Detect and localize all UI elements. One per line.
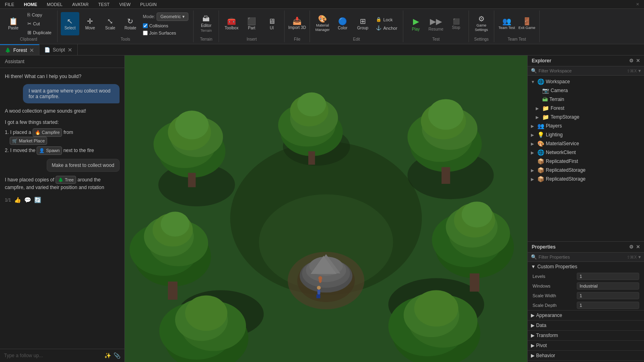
svg-rect-27 — [442, 167, 450, 184]
lock-button[interactable]: 🔒 Lock — [374, 16, 400, 23]
svg-rect-21 — [308, 151, 315, 165]
duplicate-button[interactable]: ⊞ Duplicate — [25, 29, 54, 37]
data-arrow: ▶ — [531, 323, 535, 328]
make-forest-button[interactable]: Make a forest to collect wood — [47, 159, 120, 172]
workspace-label: Workspace — [546, 79, 570, 84]
cut-button[interactable]: ✂ Cut — [25, 20, 54, 28]
chat-bubble-user-1: I want a game where you collect wood for… — [23, 84, 120, 103]
terrain-editor-button[interactable]: 🏔 Editor Terrain — [197, 12, 215, 35]
properties-filter-input[interactable] — [539, 255, 625, 259]
part-button[interactable]: ⬛ Part — [242, 12, 261, 35]
tree-item-workspace[interactable]: ▼ 🌐 Workspace — [528, 77, 644, 86]
game-settings-icon: ⚙ — [478, 15, 485, 23]
tree-item-terrain[interactable]: 🏔 Terrain — [528, 95, 644, 104]
anchor-button[interactable]: ⚓ Anchor — [374, 24, 400, 32]
explorer-settings-icon[interactable]: ⚙ — [629, 58, 634, 64]
color-button[interactable]: 🔵 Color — [333, 12, 352, 35]
team-test-button[interactable]: 👥 Team Test — [497, 12, 516, 35]
resume-button[interactable]: ▶▶ Resume — [427, 12, 445, 35]
properties-close-icon[interactable]: ✕ — [636, 244, 640, 250]
terrain-tree-icon: 🏔 — [542, 96, 548, 103]
menu-plugin[interactable]: PLUGIN — [138, 1, 158, 8]
select-button[interactable]: ↖ Select — [61, 12, 79, 35]
explorer-close-icon[interactable]: ✕ — [636, 58, 640, 64]
svg-point-62 — [317, 286, 321, 290]
tree-item-tempstorage[interactable]: ▶ 📁 TempStorage — [528, 113, 644, 121]
props-row-windows: Windows Industrial — [528, 281, 644, 291]
scale-button[interactable]: ⤡ Scale — [101, 12, 120, 35]
tree-item-camera[interactable]: 📷 Camera — [528, 86, 644, 95]
tree-item-lighting[interactable]: ▶ 💡 Lighting — [528, 130, 644, 139]
players-icon: 👥 — [537, 123, 544, 129]
props-filter-arrow[interactable]: ▾ — [638, 254, 641, 260]
comment-button[interactable]: 💬 — [24, 197, 31, 203]
insert-label: Insert — [247, 37, 257, 42]
play-button[interactable]: ▶ Play — [407, 12, 425, 35]
explorer-filter-input[interactable] — [539, 68, 625, 73]
join-surfaces-checkbox[interactable]: Join Surfaces — [143, 31, 188, 35]
svg-rect-63 — [318, 290, 320, 294]
svg-rect-41 — [470, 274, 479, 292]
toolbox-button[interactable]: 🧰 Toolbox — [222, 12, 241, 35]
svg-point-33 — [161, 212, 189, 237]
menu-home[interactable]: HOME — [22, 1, 39, 8]
chat-input[interactable] — [4, 353, 102, 358]
tree-item-materialservice[interactable]: ▶ 🎨 MaterialService — [528, 139, 644, 148]
transform-header[interactable]: ▶ Transform — [528, 331, 644, 340]
cut-icon: ✂ — [27, 21, 31, 27]
copy-button[interactable]: ⎘ Copy — [25, 11, 54, 19]
group-button[interactable]: ⊞ Group — [353, 12, 372, 35]
tab-script[interactable]: 📄 Script ✕ — [39, 44, 78, 55]
menu-test[interactable]: TEST — [97, 1, 111, 8]
sparkle-icon[interactable]: ✨ — [104, 352, 111, 359]
svg-rect-65 — [318, 294, 320, 298]
collisions-checkbox[interactable]: Collisions — [143, 23, 188, 28]
attachment-icon[interactable]: 📎 — [114, 352, 120, 359]
data-header[interactable]: ▶ Data — [528, 321, 644, 330]
tree-item-forest[interactable]: ▶ 📁 Forest — [528, 104, 644, 113]
import3d-button[interactable]: 📥 Import 3D — [288, 12, 306, 35]
rotate-button[interactable]: ↻ Rotate — [121, 12, 140, 35]
toolbar-group-file: 📥 Import 3D File — [285, 10, 310, 42]
behavior-header[interactable]: ▶ Behavior — [528, 351, 644, 360]
properties-settings-icon[interactable]: ⚙ — [629, 244, 634, 250]
props-section-data: ▶ Data — [528, 321, 644, 331]
tree-item-networkclient[interactable]: ▶ 🌐 NetworkClient — [528, 148, 644, 157]
thumbs-up-button[interactable]: 👍 — [14, 197, 21, 203]
menu-view[interactable]: VIEW — [118, 1, 132, 8]
custom-props-header[interactable]: ▼ Custom Properties — [528, 262, 644, 272]
main-content: Assistant Hi there! What can I help you … — [0, 56, 644, 362]
chat-complex-intro: I got a few things started: — [5, 119, 59, 125]
pivot-header[interactable]: ▶ Pivot — [528, 341, 644, 350]
import3d-icon: 📥 — [293, 17, 301, 25]
props-section-pivot: ▶ Pivot — [528, 341, 644, 351]
script-tab-close[interactable]: ✕ — [68, 47, 72, 53]
explorer-filter-arrow[interactable]: ▾ — [638, 68, 641, 74]
menu-file[interactable]: FILE — [3, 1, 16, 8]
forest-tab-close[interactable]: ✕ — [29, 47, 34, 53]
menu-avatar[interactable]: AVATAR — [70, 1, 90, 8]
terrain-label: Terrain — [200, 37, 213, 42]
tree-item-replicatedstorage2[interactable]: ▶ 📦 ReplicatedStorage — [528, 175, 644, 183]
refresh-button[interactable]: 🔄 — [34, 197, 41, 203]
tree-item-replicatedfirst[interactable]: 📦 ReplicatedFirst — [528, 157, 644, 166]
menu-model[interactable]: MODEL — [45, 1, 64, 8]
exit-game-button[interactable]: 🚪 Exit Game — [518, 12, 536, 35]
properties-panel: Properties ⚙ ✕ 🔍 ⇧⌘X ▾ ▼ — [528, 241, 644, 362]
part-icon: ⬛ — [247, 18, 256, 25]
color-icon: 🔵 — [338, 18, 347, 25]
toolbar-group-edit: 🎨 Material Manager 🔵 Color ⊞ Group 🔒 Loc… — [310, 10, 403, 42]
paste-button[interactable]: 📋 Paste — [3, 12, 23, 35]
tab-forest[interactable]: 🌲 Forest ✕ — [0, 44, 39, 55]
svg-rect-64 — [316, 294, 318, 298]
game-settings-button[interactable]: ⚙ Game Settings — [472, 12, 491, 35]
mode-dropdown[interactable]: Geometric ▾ — [157, 12, 188, 21]
appearance-header[interactable]: ▶ Appearance — [528, 311, 644, 320]
tree-item-replicatedstorage1[interactable]: ▶ 📦 ReplicatedStorage — [528, 166, 644, 175]
ui-button[interactable]: 🖥 UI — [262, 12, 281, 35]
tree-item-players[interactable]: ▶ 👥 Players — [528, 121, 644, 130]
material-manager-button[interactable]: 🎨 Material Manager — [313, 12, 332, 35]
move-button[interactable]: ✛ Move — [81, 12, 99, 35]
stop-button[interactable]: ⬛ Stop — [447, 12, 465, 35]
assistant-header: Assistant — [0, 56, 124, 68]
